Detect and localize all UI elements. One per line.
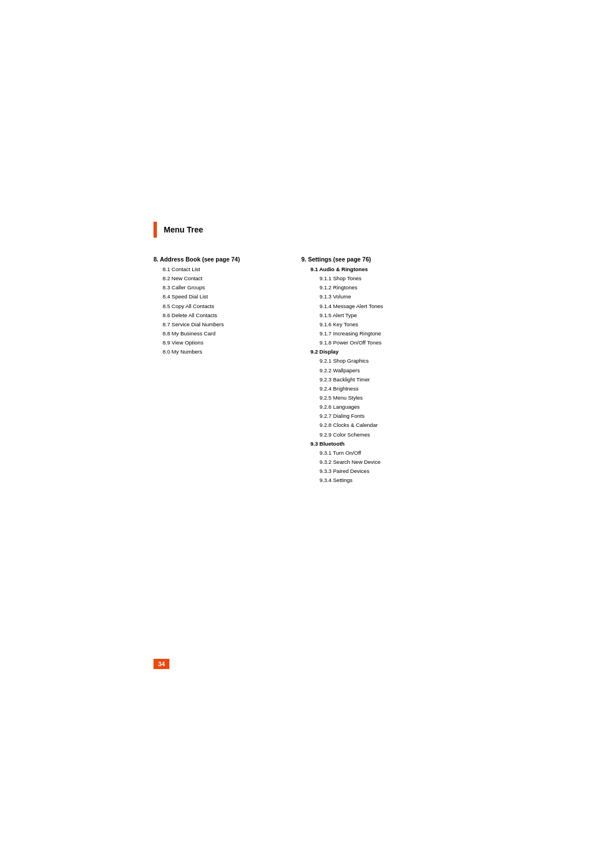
menu-item-9-2-7: 9.2.7 Dialing Fonts: [301, 412, 426, 421]
menu-item-8-6: 8.6 Delete All Contacts: [154, 311, 279, 320]
menu-item-9-1: 9.1 Audio & Ringtones: [301, 265, 426, 274]
menu-item-9-2-9: 9.2.9 Color Schemes: [301, 430, 426, 439]
menu-item-8-5: 8.5 Copy All Contacts: [154, 302, 279, 311]
menu-item-9-2-4: 9.2.4 Brightness: [301, 384, 426, 393]
address-book-column: 8. Address Book (see page 74) 8.1 Contac…: [154, 256, 279, 485]
settings-column: 9. Settings (see page 76) 9.1 Audio & Ri…: [301, 256, 426, 485]
menu-item-9-1-3: 9.1.3 Volume: [301, 292, 426, 301]
menu-item-8-2: 8.2 New Contact: [154, 274, 279, 283]
menu-item-9-3-3: 9.3.3 Paired Devices: [301, 467, 426, 476]
orange-accent-bar: [154, 222, 157, 238]
menu-item-9-2: 9.2 Display: [301, 347, 426, 356]
menu-item-9-1-8: 9.1.8 Power On/Off Tones: [301, 338, 426, 347]
menu-item-9-3: 9.3 Bluetooth: [301, 439, 426, 448]
menu-item-9-2-3: 9.2.3 Backlight Timer: [301, 375, 426, 384]
page-number: 34: [154, 659, 169, 669]
section-header: Menu Tree: [154, 222, 203, 238]
menu-item-9-3-1: 9.3.1 Turn On/Off: [301, 448, 426, 458]
settings-heading: 9. Settings (see page 76): [301, 256, 426, 263]
page-container: Menu Tree 8. Address Book (see page 74) …: [0, 0, 614, 868]
menu-item-9-2-6: 9.2.6 Languages: [301, 402, 426, 412]
menu-item-9-2-2: 9.2.2 Wallpapers: [301, 366, 426, 375]
menu-item-8-7: 8.7 Service Dial Numbers: [154, 320, 279, 329]
menu-item-9-1-7: 9.1.7 Increasing Ringtone: [301, 329, 426, 338]
address-book-heading: 8. Address Book (see page 74): [154, 256, 279, 263]
menu-content: 8. Address Book (see page 74) 8.1 Contac…: [154, 256, 426, 485]
section-title: Menu Tree: [164, 225, 203, 234]
menu-item-8-8: 8.8 My Business Card: [154, 329, 279, 338]
menu-item-9-3-2: 9.3.2 Search New Device: [301, 458, 426, 467]
menu-item-9-1-1: 9.1.1 Shop Tones: [301, 274, 426, 283]
menu-item-8-1: 8.1 Contact List: [154, 265, 279, 274]
menu-item-9-2-8: 9.2.8 Clocks & Calendar: [301, 421, 426, 430]
menu-item-8-4: 8.4 Speed Dial List: [154, 292, 279, 301]
menu-item-9-1-5: 9.1.5 Alert Type: [301, 311, 426, 320]
menu-item-9-1-4: 9.1.4 Message Alert Tones: [301, 302, 426, 311]
menu-item-8-0: 8.0 My Numbers: [154, 347, 279, 356]
menu-item-9-1-2: 9.1.2 Ringtones: [301, 283, 426, 292]
menu-item-9-2-5: 9.2.5 Menu Styles: [301, 393, 426, 402]
menu-item-8-9: 8.9 View Options: [154, 338, 279, 347]
menu-item-9-1-6: 9.1.6 Key Tones: [301, 320, 426, 329]
menu-item-8-3: 8.3 Caller Groups: [154, 283, 279, 292]
menu-item-9-3-4: 9.3.4 Settings: [301, 476, 426, 485]
menu-item-9-2-1: 9.2.1 Shop Graphics: [301, 356, 426, 366]
